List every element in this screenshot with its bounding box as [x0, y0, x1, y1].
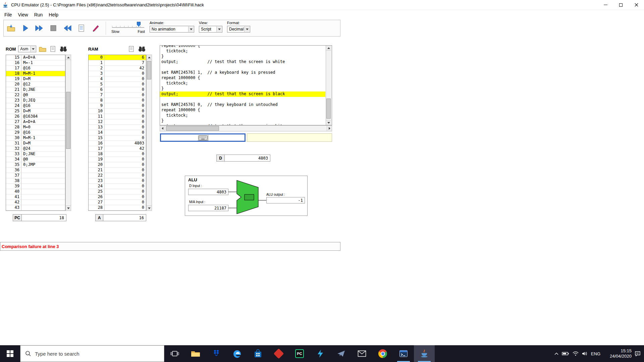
menu-view[interactable]: View — [15, 12, 31, 17]
script-line-13[interactable]: ticktock; — [160, 113, 325, 118]
battery-button[interactable] — [562, 352, 569, 356]
ram-row-11[interactable]: 110 — [89, 114, 146, 119]
store-button[interactable] — [248, 345, 268, 362]
mem-value[interactable]: A=D+A — [21, 119, 65, 125]
mem-value[interactable]: M=-1 — [21, 60, 65, 66]
mem-value[interactable]: @12 — [21, 82, 65, 87]
rom-row-34[interactable]: 34@0 — [6, 157, 65, 162]
minimize-button[interactable] — [598, 0, 613, 10]
java-cpu-emulator-button[interactable] — [414, 345, 435, 362]
ram-row-17[interactable]: 1742 — [89, 146, 146, 152]
rom-row-24[interactable]: 24@16 — [6, 103, 65, 109]
mem-value[interactable]: 0 — [105, 173, 146, 178]
action-center-button[interactable] — [635, 351, 641, 356]
ram-row-12[interactable]: 120 — [89, 119, 146, 125]
mem-value[interactable]: 0 — [105, 162, 146, 168]
rom-row-27[interactable]: 27A=D+A — [6, 119, 65, 125]
stop-button[interactable] — [49, 23, 58, 34]
script-hscrollbar[interactable] — [160, 125, 332, 131]
mem-value[interactable]: @24 — [21, 146, 65, 152]
ram-row-10[interactable]: 100 — [89, 109, 146, 114]
mem-value[interactable]: 0 — [105, 125, 146, 130]
mem-value[interactable] — [21, 200, 65, 205]
mem-value[interactable]: 0 — [105, 98, 146, 103]
ram-row-16[interactable]: 164803 — [89, 141, 146, 146]
script-line-2[interactable]: } — [160, 54, 325, 59]
ram-row-13[interactable]: 130 — [89, 125, 146, 130]
mem-value[interactable] — [21, 194, 65, 200]
ram-row-2[interactable]: 242 — [89, 66, 146, 71]
mem-value[interactable]: 0 — [105, 152, 146, 157]
rom-load-button[interactable] — [39, 46, 47, 52]
script-line-8[interactable]: } — [160, 86, 325, 92]
ram-row-26[interactable]: 260 — [89, 194, 146, 200]
rom-search-button[interactable] — [59, 46, 67, 52]
mem-value[interactable]: 0 — [105, 119, 146, 125]
mem-value[interactable]: 42 — [105, 146, 146, 152]
mem-value[interactable]: @16384 — [21, 114, 65, 119]
pycharm-button[interactable]: PC — [289, 345, 310, 362]
rom-row-22[interactable]: 22@0 — [6, 93, 65, 98]
rom-row-36[interactable]: 36 — [6, 168, 65, 173]
mem-value[interactable]: @0 — [21, 93, 65, 98]
ram-row-18[interactable]: 180 — [89, 152, 146, 157]
scroll-up-icon[interactable] — [66, 55, 71, 60]
breakpoints-button[interactable] — [77, 23, 86, 34]
rom-row-25[interactable]: 25D=M — [6, 109, 65, 114]
scroll-left-icon[interactable] — [160, 126, 165, 131]
rom-clear-button[interactable] — [49, 46, 57, 52]
mem-value[interactable]: 7 — [105, 60, 146, 66]
mem-value[interactable]: @16 — [21, 103, 65, 109]
mem-value[interactable]: 0 — [105, 93, 146, 98]
scroll-right-icon[interactable] — [327, 126, 332, 131]
scroll-down-icon[interactable] — [66, 205, 71, 210]
mem-value[interactable]: D;JEQ — [21, 98, 65, 103]
rom-row-15[interactable]: 15A=D+A — [6, 55, 65, 60]
mem-value[interactable]: 4803 — [105, 141, 146, 146]
keyboard-enable-button[interactable] — [198, 135, 208, 141]
rom-row-16[interactable]: 16M=-1 — [6, 60, 65, 66]
terminal-button[interactable] — [393, 345, 414, 362]
mem-value[interactable]: 0 — [105, 109, 146, 114]
rom-row-28[interactable]: 28M=0 — [6, 125, 65, 130]
rom-row-37[interactable]: 37 — [6, 173, 65, 178]
load-program-button[interactable] — [6, 23, 16, 34]
mem-value[interactable]: 0 — [105, 184, 146, 189]
speed-slider[interactable]: Slow Fast — [111, 21, 145, 35]
start-button[interactable] — [0, 345, 20, 362]
script-line-12[interactable]: repeat 1000000 { — [160, 108, 325, 113]
mem-value[interactable]: 0 — [105, 205, 146, 210]
close-button[interactable] — [629, 0, 644, 10]
ram-scrollbar[interactable] — [146, 55, 152, 211]
app-bolt-button[interactable] — [310, 345, 331, 362]
edge-button[interactable] — [227, 345, 248, 362]
chrome-button[interactable] — [372, 345, 393, 362]
script-line-4[interactable] — [160, 65, 325, 70]
rom-scrollbar[interactable] — [65, 55, 71, 211]
scroll-up-icon[interactable] — [147, 55, 152, 60]
mem-value[interactable]: D=M — [21, 109, 65, 114]
d-value-field[interactable]: 4803 — [225, 155, 270, 162]
script-line-5[interactable]: set RAM[24576] 1, // a keyboard key is p… — [160, 70, 325, 75]
language-indicator[interactable]: ENG — [591, 351, 600, 356]
mem-value[interactable]: 0 — [105, 76, 146, 82]
rom-scroll-thumb[interactable] — [66, 92, 70, 149]
mem-value[interactable]: 0 — [105, 200, 146, 205]
a-value-field[interactable]: 16 — [103, 214, 146, 221]
run-button[interactable] — [35, 23, 44, 34]
script-vscroll-thumb[interactable] — [326, 99, 331, 119]
ram-row-27[interactable]: 270 — [89, 200, 146, 205]
rom-row-41[interactable]: 41 — [6, 194, 65, 200]
ram-row-19[interactable]: 190 — [89, 157, 146, 162]
ram-search-button[interactable] — [138, 46, 146, 52]
mem-value[interactable] — [21, 205, 65, 210]
task-view-button[interactable] — [164, 345, 185, 362]
rom-row-32[interactable]: 32@24 — [6, 146, 65, 152]
mem-value[interactable]: M=M-1 — [21, 71, 65, 76]
rom-row-26[interactable]: 26@16384 — [6, 114, 65, 119]
scroll-up-icon[interactable] — [326, 46, 331, 51]
network-button[interactable] — [572, 351, 579, 356]
mem-value[interactable]: M=0 — [21, 125, 65, 130]
mem-value[interactable]: 0 — [105, 87, 146, 93]
mem-value[interactable] — [21, 189, 65, 194]
